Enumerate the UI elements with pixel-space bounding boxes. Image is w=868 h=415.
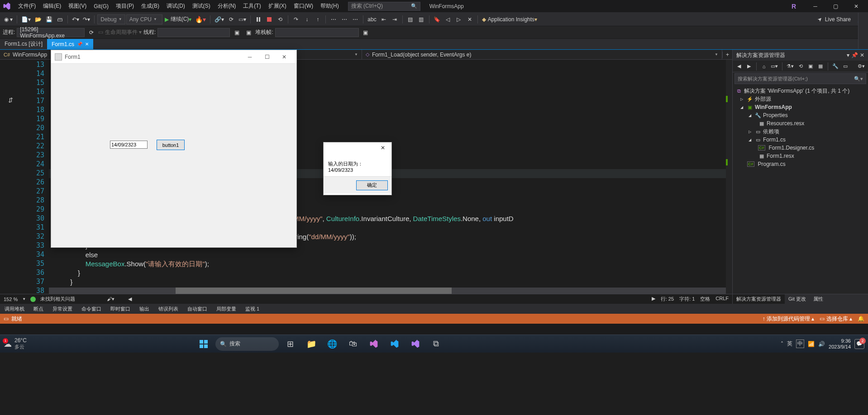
taskbar-search[interactable]: 🔍搜索 <box>215 337 279 351</box>
start-button[interactable] <box>195 335 213 353</box>
preview-button[interactable]: ▭▾ <box>237 14 248 24</box>
scroll-right-icon[interactable]: ▶ <box>652 296 655 302</box>
nav-back-button[interactable]: ◉ ▾ <box>3 14 14 24</box>
tb-indent-in[interactable]: ⇥ <box>390 14 400 24</box>
tb-extra1[interactable]: ⋯ <box>329 14 339 24</box>
tb-bookmark-prev[interactable]: ◁ <box>443 14 453 24</box>
redo-button[interactable]: ↷▾ <box>81 14 91 24</box>
menu-edit[interactable]: 编辑(E) <box>39 0 65 12</box>
menu-build[interactable]: 生成(B) <box>138 0 163 12</box>
menu-analyze[interactable]: 分析(N) <box>214 0 240 12</box>
config-dropdown[interactable]: Debug▼ <box>97 14 125 24</box>
thread-btn2[interactable]: ▣ <box>243 28 253 38</box>
continue-button[interactable]: ▶ 继续(C) ▾ <box>163 14 193 24</box>
tab-git-changes[interactable]: Git 更改 <box>785 294 810 304</box>
menu-git[interactable]: Git(G) <box>90 0 112 12</box>
right-side-toolbox[interactable] <box>858 13 868 49</box>
form1-titlebar[interactable]: Form1 ─ ☐ ✕ <box>51 50 296 64</box>
solex-search-input[interactable]: 搜索解决方案资源管理器(Ctrl+;)🔍▾ <box>734 73 866 84</box>
menu-debug[interactable]: 调试(D) <box>163 0 189 12</box>
breakpoint-margin[interactable]: ⇵ <box>0 60 23 294</box>
tab-output[interactable]: 输出 <box>135 304 154 314</box>
tb-comment[interactable]: ▤ <box>405 14 415 24</box>
solex-showall[interactable]: ▦ <box>816 62 825 71</box>
tb-extra3[interactable]: ⋯ <box>350 14 360 24</box>
menu-window[interactable]: 窗口(W) <box>290 0 317 12</box>
browser-link-button[interactable]: 🔗▾ <box>213 14 225 24</box>
tree-form[interactable]: ◢▭Form1.cs <box>733 136 868 144</box>
menu-test[interactable]: 测试(S) <box>189 0 214 12</box>
close-tab-icon[interactable]: ✕ <box>85 42 89 47</box>
tab-breakpoints[interactable]: 断点 <box>29 304 48 314</box>
ime-chinese[interactable]: 中 <box>796 340 804 348</box>
brush-icon[interactable]: 🖌▾ <box>107 296 114 302</box>
save-button[interactable]: 💾 <box>44 14 54 24</box>
hot-reload-button[interactable]: 🔥▾ <box>194 14 207 24</box>
tree-external[interactable]: ▷⚡外部源 <box>733 95 868 103</box>
form-close-button[interactable]: ✕ <box>276 50 293 64</box>
select-repo[interactable]: ▭ 选择仓库 ▴ <box>820 315 852 323</box>
tb-uncomment[interactable]: ▥ <box>416 14 426 24</box>
solution-tree[interactable]: ⧉解决方案 'WinFormsApp' (1 个项目, 共 1 个) ▷⚡外部源… <box>733 85 868 294</box>
app-insights-button[interactable]: ◆ Application Insights ▾ <box>481 14 539 24</box>
scroll-left-icon[interactable]: ◀ <box>128 296 132 302</box>
nav-method-dropdown[interactable]: ◇Form1_Load(object sender, EventArgs e)▼ <box>362 50 722 59</box>
tab-properties[interactable]: 属性 <box>810 294 827 304</box>
zoom-level[interactable]: 152 % <box>4 297 18 302</box>
menu-help[interactable]: 帮助(H) <box>317 0 343 12</box>
button1[interactable]: button1 <box>157 140 185 150</box>
edge-icon[interactable]: 🌐 <box>323 335 341 353</box>
task-view-button[interactable]: ⊞ <box>281 335 300 353</box>
tree-deps[interactable]: ▷▭依赖项 <box>733 127 868 136</box>
close-button[interactable]: ✕ <box>846 0 866 13</box>
app-switcher-icon[interactable]: ⧉ <box>427 335 445 353</box>
indent-mode[interactable]: 空格 <box>700 296 710 302</box>
vscode-icon[interactable] <box>386 335 404 353</box>
weather-widget[interactable]: ☁1 26°C 多云 <box>4 337 27 350</box>
messagebox-ok-button[interactable]: 确定 <box>356 180 388 190</box>
open-file-button[interactable]: 📂 <box>33 14 43 24</box>
messagebox-window[interactable]: ✕ 输入的日期为：14/09/2323 确定 <box>323 142 392 195</box>
new-item-button[interactable]: 📄▾ <box>20 14 32 24</box>
pause-button[interactable] <box>253 14 263 24</box>
tab-solution-explorer[interactable]: 解决方案资源管理器 <box>733 294 785 304</box>
step-over-button[interactable]: ↷ <box>291 14 301 24</box>
thread-dropdown[interactable] <box>157 28 230 37</box>
pin-icon[interactable]: 📌 <box>77 42 82 47</box>
platform-dropdown[interactable]: Any CPU▼ <box>126 14 162 24</box>
panel-dropdown-icon[interactable]: ▾ <box>847 52 849 58</box>
tree-solution[interactable]: ⧉解决方案 'WinFormsApp' (1 个项目, 共 1 个) <box>733 87 868 95</box>
panel-pin-icon[interactable]: 📌 <box>851 52 858 58</box>
vs2-icon[interactable] <box>406 335 424 353</box>
panel-close-icon[interactable]: ✕ <box>860 52 864 58</box>
refresh-button[interactable]: ⟳ <box>226 14 236 24</box>
menu-tools[interactable]: 工具(T) <box>239 0 264 12</box>
tree-formresx[interactable]: ▦Form1.resx <box>733 152 868 160</box>
notification-center[interactable]: 💬2 <box>854 339 864 349</box>
tb-extra2[interactable]: ⋯ <box>339 14 349 24</box>
bell-icon[interactable]: 🔔 <box>858 316 864 322</box>
overview-ruler[interactable] <box>726 60 732 294</box>
tb-indent-out[interactable]: ⇤ <box>379 14 389 24</box>
tray-chevron-icon[interactable]: ˄ <box>781 341 783 347</box>
messagebox-close-button[interactable]: ✕ <box>376 143 390 152</box>
step-out-button[interactable]: ↑ <box>313 14 323 24</box>
taskbar-clock[interactable]: 9:362023/9/14 <box>829 338 851 350</box>
solex-switchview[interactable]: ▭▾ <box>769 62 779 71</box>
quick-launch-search[interactable]: 搜索 (Ctrl+Q) 🔍 <box>348 2 420 11</box>
process-refresh[interactable]: ⟳ <box>86 28 96 38</box>
form1-window[interactable]: Form1 ─ ☐ ✕ button1 <box>51 50 297 248</box>
horizontal-scrollbar[interactable] <box>49 288 726 294</box>
undo-button[interactable]: ↶▾ <box>71 14 81 24</box>
tab-form-code[interactable]: Form1.cs📌✕ <box>47 39 93 49</box>
maximize-button[interactable]: ▢ <box>825 0 846 13</box>
wifi-icon[interactable]: 📶 <box>808 341 815 347</box>
messagebox-titlebar[interactable]: ✕ <box>324 142 391 153</box>
outline-icon[interactable]: ⇵ <box>8 97 13 104</box>
stop-button[interactable] <box>264 14 274 24</box>
tab-command[interactable]: 命令窗口 <box>77 304 106 314</box>
tab-locals[interactable]: 局部变量 <box>212 304 241 314</box>
tab-exception[interactable]: 异常设置 <box>48 304 77 314</box>
solex-home[interactable]: ⌂ <box>759 62 768 71</box>
solex-fwd[interactable]: ▶ <box>744 62 754 71</box>
